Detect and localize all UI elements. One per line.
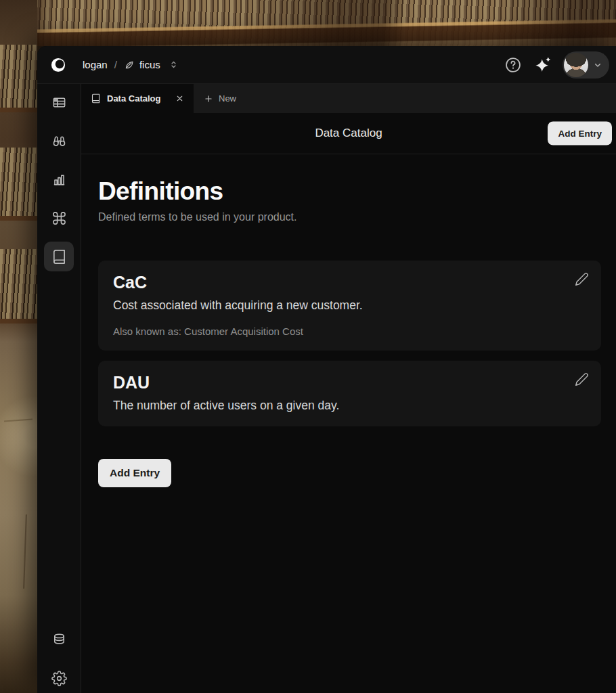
help-icon <box>504 56 522 74</box>
book-row <box>0 45 37 112</box>
wall-crack <box>23 514 27 589</box>
breadcrumb-separator: / <box>114 59 117 70</box>
plus-icon <box>204 94 213 104</box>
sidebar-item-charts[interactable] <box>44 164 74 194</box>
leaf-icon <box>124 60 135 70</box>
page-title: Data Catalog <box>315 127 382 140</box>
new-tab-label: New <box>219 93 236 104</box>
breadcrumb-project-name: ficus <box>139 59 160 70</box>
sidebar <box>37 84 81 693</box>
pencil-icon <box>575 272 589 286</box>
definitions-list: CaC Cost associated with acquiring a new… <box>98 261 601 426</box>
definition-card: DAU The number of active users on a give… <box>98 361 601 426</box>
section-title: Definitions <box>98 177 601 206</box>
avatar <box>564 53 588 77</box>
bar-chart-icon <box>51 172 67 187</box>
definition-card: CaC Cost associated with acquiring a new… <box>98 261 601 351</box>
app-window: logan / ficus <box>37 46 616 693</box>
database-icon <box>51 632 67 648</box>
top-bar-actions <box>503 51 609 79</box>
definition-text: Cost associated with acquiring a new cus… <box>113 298 566 313</box>
definition-term: CaC <box>113 273 566 292</box>
tab-bar: Data Catalog New <box>81 84 616 113</box>
tab-close-button[interactable] <box>174 93 185 104</box>
sidebar-item-explore[interactable] <box>44 126 74 156</box>
sidebar-item-settings[interactable] <box>44 663 74 693</box>
wall-crack <box>4 419 32 422</box>
sidebar-item-data-sources[interactable] <box>44 625 74 654</box>
sparkle-icon <box>533 55 553 75</box>
sidebar-item-commands[interactable] <box>44 203 74 233</box>
breadcrumb-workspace[interactable]: logan <box>83 59 108 70</box>
binoculars-icon <box>51 133 67 149</box>
book-icon <box>91 93 101 104</box>
book-row <box>0 249 37 323</box>
definition-also-known-as: Also known as: Customer Acquisition Cost <box>113 326 566 337</box>
gear-icon <box>51 671 67 686</box>
app-logo-icon[interactable] <box>51 58 66 72</box>
breadcrumb: logan / ficus <box>83 59 179 70</box>
new-tab-button[interactable]: New <box>194 84 246 113</box>
sidebar-item-tables[interactable] <box>44 87 74 117</box>
command-icon <box>51 210 67 226</box>
close-icon <box>175 94 184 103</box>
definition-term: DAU <box>113 373 566 393</box>
book-row <box>0 148 37 221</box>
tab-label: Data Catalog <box>107 93 168 104</box>
chevron-down-icon <box>592 60 603 70</box>
main-panel: Data Catalog New Data Catalog <box>81 84 616 693</box>
help-button[interactable] <box>503 55 523 75</box>
page-header: Data Catalog Add Entry <box>81 113 616 154</box>
tab-data-catalog[interactable]: Data Catalog <box>81 84 194 113</box>
account-menu-button[interactable] <box>563 51 609 79</box>
project-switcher-icon[interactable] <box>169 60 179 70</box>
assistant-button[interactable] <box>531 53 554 76</box>
page-content: Definitions Defined terms to be used in … <box>81 154 616 693</box>
table-icon <box>51 95 67 110</box>
edit-entry-button[interactable] <box>573 371 590 390</box>
top-bar: logan / ficus <box>37 46 616 84</box>
breadcrumb-project[interactable]: ficus <box>124 59 160 70</box>
bookshelf-art-left <box>0 0 37 693</box>
book-icon <box>51 249 67 265</box>
definition-text: The number of active users on a given da… <box>113 399 566 413</box>
sidebar-bottom-group <box>44 625 74 693</box>
section-subtitle: Defined terms to be used in your product… <box>98 211 601 223</box>
window-body: Data Catalog New Data Catalog <box>37 84 616 693</box>
edit-entry-button[interactable] <box>573 271 590 290</box>
sidebar-item-data-catalog[interactable] <box>44 242 74 271</box>
pencil-icon <box>575 372 589 386</box>
bookshelf-art-top <box>0 0 616 46</box>
add-entry-button[interactable]: Add Entry <box>98 459 171 487</box>
add-entry-button-header[interactable]: Add Entry <box>548 122 612 146</box>
